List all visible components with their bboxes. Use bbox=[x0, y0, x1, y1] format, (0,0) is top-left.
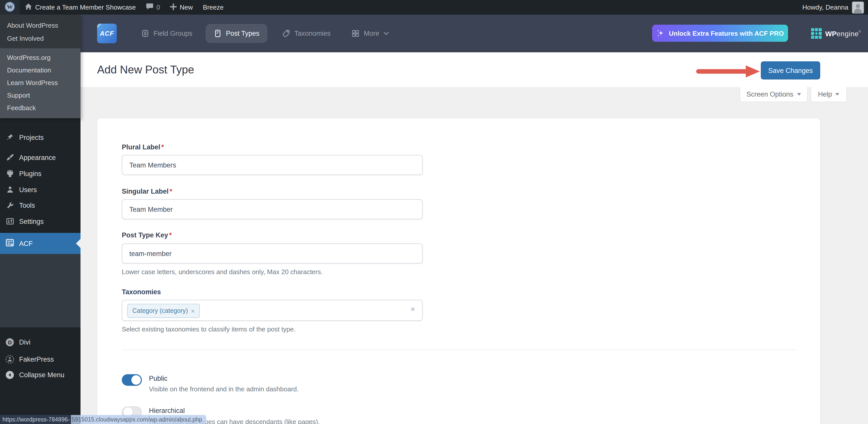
flyout-primary-group: About WordPress Get Involved bbox=[0, 14, 81, 48]
pushpin-icon bbox=[5, 133, 14, 141]
sidebar-item-divi[interactable]: D Divi bbox=[0, 335, 81, 349]
breeze-menu-item[interactable]: Breeze bbox=[198, 0, 228, 14]
divi-logo-icon: D bbox=[5, 338, 14, 346]
menu-wordpress-org[interactable]: WordPress.org bbox=[0, 51, 81, 64]
screen-options-tab[interactable]: Screen Options bbox=[740, 87, 808, 102]
post-type-key-input[interactable] bbox=[122, 243, 423, 264]
breeze-label: Breeze bbox=[203, 3, 223, 11]
brush-icon bbox=[5, 153, 14, 162]
wordpress-admin-screenshot: W Create a Team Member Showcase bbox=[0, 0, 868, 424]
taxonomies-tag-icon bbox=[282, 29, 290, 38]
sidebar-item-appearance[interactable]: Appearance bbox=[0, 151, 81, 164]
plus-icon bbox=[170, 3, 177, 11]
wp-engine-logo-icon bbox=[811, 28, 822, 39]
sidebar-item-settings[interactable]: Settings bbox=[0, 214, 81, 228]
menu-get-involved[interactable]: Get Involved bbox=[0, 32, 81, 45]
taxonomies-help: Select existing taxonomies to classify i… bbox=[122, 325, 296, 333]
sparkle-icon bbox=[656, 29, 665, 37]
wp-engine-brand: WPengine® bbox=[811, 14, 861, 52]
new-content-menu-item[interactable]: New bbox=[165, 0, 198, 14]
site-menu-item[interactable]: Create a Team Member Showcase bbox=[20, 0, 141, 14]
caret-down-icon bbox=[836, 93, 840, 96]
user-icon bbox=[5, 185, 14, 194]
toggle-knob bbox=[131, 375, 141, 385]
flyout-secondary-group: WordPress.org Documentation Learn WordPr… bbox=[0, 48, 81, 118]
acf-submenu: Field Groups Post Types Taxonomies Optio… bbox=[0, 254, 81, 327]
caret-down-icon bbox=[797, 93, 801, 96]
nav-tab-taxonomies[interactable]: Taxonomies bbox=[282, 24, 331, 43]
status-url-left: https://wordpress-784896- bbox=[0, 415, 71, 424]
settings-sliders-icon bbox=[5, 217, 14, 226]
acf-menu-icon bbox=[5, 238, 14, 249]
menu-about-wordpress[interactable]: About WordPress bbox=[0, 19, 81, 32]
fakerpress-logo-icon bbox=[5, 355, 14, 363]
singular-label-input[interactable] bbox=[122, 199, 423, 219]
browser-status-url-tooltip: https://wordpress-784896- 5915015.cloudw… bbox=[0, 415, 206, 424]
help-tab[interactable]: Help bbox=[811, 87, 847, 102]
more-grid-icon bbox=[351, 29, 360, 38]
trademark-mark: ® bbox=[859, 30, 861, 33]
plug-icon bbox=[5, 169, 14, 178]
post-types-icon bbox=[213, 29, 222, 38]
acf-logo[interactable]: ACF bbox=[97, 24, 117, 43]
wp-logo-menu-item[interactable]: W bbox=[0, 0, 20, 14]
field-groups-icon bbox=[141, 29, 150, 38]
nav-tab-field-groups[interactable]: Field Groups bbox=[141, 24, 192, 43]
section-divider bbox=[122, 350, 797, 350]
sidebar-item-tools[interactable]: Tools bbox=[0, 198, 81, 212]
admin-bar: W Create a Team Member Showcase bbox=[0, 0, 868, 14]
public-toggle[interactable] bbox=[122, 374, 142, 386]
singular-label-field-label: Singular Label* bbox=[122, 188, 172, 195]
page-header: Add New Post Type Save Changes bbox=[81, 52, 868, 87]
sidebar-item-projects[interactable]: Projects bbox=[0, 130, 81, 144]
unlock-acf-pro-button[interactable]: Unlock Extra Features with ACF PRO bbox=[652, 25, 788, 42]
annotation-arrow bbox=[696, 65, 761, 77]
clear-select-icon[interactable]: × bbox=[410, 305, 415, 314]
post-type-key-help: Lower case letters, underscores and dash… bbox=[122, 268, 323, 275]
taxonomies-field-label: Taxonomies bbox=[122, 288, 161, 296]
user-avatar[interactable] bbox=[852, 1, 864, 13]
comments-menu-item[interactable]: 0 bbox=[141, 0, 165, 14]
sidebar-item-users[interactable]: Users bbox=[0, 183, 81, 197]
site-name: Create a Team Member Showcase bbox=[35, 3, 136, 11]
menu-support[interactable]: Support bbox=[0, 89, 81, 102]
taxonomy-tag-category[interactable]: Category (category) × bbox=[127, 304, 200, 318]
menu-feedback[interactable]: Feedback bbox=[0, 102, 81, 114]
sidebar-item-plugins[interactable]: Plugins bbox=[0, 166, 81, 181]
public-label: Public bbox=[149, 375, 167, 382]
nav-tab-post-types-active[interactable]: Post Types bbox=[206, 24, 267, 43]
sidebar-item-acf-active[interactable]: ACF bbox=[0, 233, 81, 254]
post-type-form-card: Plural Label* Singular Label* Post Type … bbox=[97, 118, 821, 424]
current-menu-arrow bbox=[76, 239, 81, 248]
acf-logo-fold bbox=[97, 24, 102, 28]
page-title: Add New Post Type bbox=[97, 63, 194, 76]
wordpress-logo-icon: W bbox=[4, 1, 15, 13]
post-type-key-field-label: Post Type Key* bbox=[122, 231, 172, 239]
plural-label-input[interactable] bbox=[122, 155, 423, 175]
menu-documentation[interactable]: Documentation bbox=[0, 64, 81, 76]
svg-text:D: D bbox=[8, 339, 11, 345]
comment-count: 0 bbox=[156, 3, 160, 11]
howdy-account-link[interactable]: Howdy, Deanna bbox=[802, 3, 848, 11]
sidebar-item-collapse-menu[interactable]: Collapse Menu bbox=[0, 368, 81, 382]
menu-learn-wordpress[interactable]: Learn WordPress bbox=[0, 76, 81, 89]
plural-label-field-label: Plural Label* bbox=[122, 143, 164, 151]
comment-bubble-icon bbox=[146, 3, 153, 11]
sidebar-item-fakerpress[interactable]: FakerPress bbox=[0, 352, 81, 366]
wrench-icon bbox=[5, 201, 14, 209]
save-changes-button[interactable]: Save Changes bbox=[761, 61, 820, 79]
nav-tab-more[interactable]: More bbox=[351, 24, 389, 43]
remove-tag-icon[interactable]: × bbox=[191, 307, 195, 315]
new-label: New bbox=[180, 3, 193, 11]
acf-header-nav: ACF Field Groups Post Types bbox=[81, 14, 868, 52]
wordpress-logo-flyout-menu: About WordPress Get Involved WordPress.o… bbox=[0, 14, 81, 118]
chevron-down-icon bbox=[383, 32, 389, 35]
status-url-right: 5915015.cloudwaysapps.com/wp-admin/about… bbox=[71, 415, 206, 424]
hierarchical-label: Hierarchical bbox=[149, 407, 185, 415]
collapse-arrow-icon bbox=[5, 370, 14, 379]
home-icon bbox=[25, 3, 32, 11]
svg-text:W: W bbox=[7, 3, 13, 10]
public-description: Visible on the frontend and in the admin… bbox=[149, 385, 299, 393]
taxonomies-multiselect[interactable]: Category (category) × × bbox=[122, 300, 423, 321]
